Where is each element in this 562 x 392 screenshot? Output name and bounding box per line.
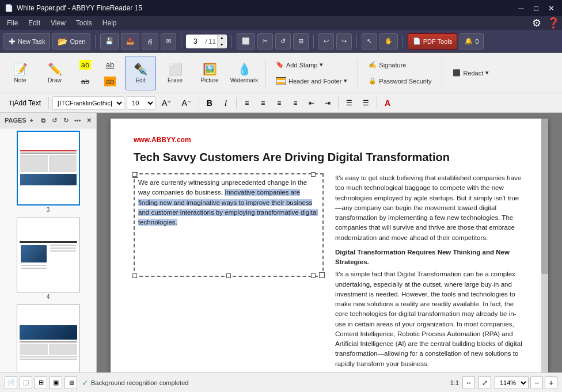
close-button[interactable]: ✕ <box>545 2 557 14</box>
text-ab1-button[interactable]: ab <box>74 57 97 72</box>
note-tool-button[interactable]: 📝 Note <box>5 56 36 90</box>
notifications-button[interactable]: 🔔 0 <box>460 33 484 50</box>
handle-top-right[interactable] <box>311 172 316 177</box>
pdf-viewer[interactable]: www.ABBYY.com Tech Savvy Customers Are D… <box>97 113 562 372</box>
status-check-icon: ✓ <box>82 378 89 387</box>
fit-page-button[interactable]: ⤢ <box>479 376 491 389</box>
undo-button[interactable]: ↩ <box>318 33 334 50</box>
bold-button[interactable]: B <box>203 96 217 110</box>
text-ab4-button[interactable]: ab <box>98 74 121 89</box>
stamp-chevron[interactable]: ▾ <box>320 61 323 68</box>
menu-tools[interactable]: Tools <box>71 18 97 28</box>
tools-button1[interactable]: ⬜ <box>237 33 255 50</box>
tools-button4[interactable]: ⊞ <box>293 33 309 50</box>
font-color-button[interactable]: A <box>381 96 394 110</box>
save-as-button[interactable]: 📤 <box>121 33 139 50</box>
scroll-thumb[interactable] <box>541 119 548 274</box>
split-pages-button[interactable]: ⊞ <box>35 376 47 389</box>
save-as-icon: 📤 <box>126 37 134 45</box>
new-task-button[interactable]: ✚ New Task <box>3 33 50 50</box>
selected-text-box[interactable]: We are currently witnessing unprecedente… <box>134 173 324 277</box>
page-navigation[interactable]: / 11 ▲ ▼ <box>186 35 226 48</box>
italic-button[interactable]: I <box>219 96 233 110</box>
list-unordered-button[interactable]: ☰ <box>342 96 356 110</box>
window-controls[interactable]: ─ □ ✕ <box>515 2 557 14</box>
indent-more-button[interactable]: ⇥ <box>321 96 335 110</box>
email-button[interactable]: ✉ <box>161 33 176 50</box>
align-center-button[interactable]: ≡ <box>256 96 270 110</box>
header-footer-chevron[interactable]: ▾ <box>344 77 347 85</box>
mini-img-5 <box>20 325 77 340</box>
minimize-button[interactable]: ─ <box>515 2 527 14</box>
picture-tool-button[interactable]: 🖼️ Picture <box>194 56 225 90</box>
page-arrows[interactable]: ▲ ▼ <box>217 35 226 48</box>
maximize-button[interactable]: □ <box>530 2 542 14</box>
page-title: Tech Savvy Customers Are Driving Digital… <box>134 151 525 164</box>
zoom-out-button[interactable]: − <box>530 376 543 389</box>
sidebar-insert-icon[interactable]: + <box>26 115 37 125</box>
settings-icon[interactable]: ⚙ <box>532 17 541 29</box>
add-stamp-button[interactable]: 🔖 Add Stamp ▾ <box>271 57 352 73</box>
vertical-scrollbar[interactable] <box>541 119 548 372</box>
menu-view[interactable]: View <box>46 18 70 28</box>
titlebar: 📄 White Paper.pdf - ABBYY FineReader 15 … <box>0 0 562 16</box>
sidebar-rotate-icon[interactable]: ↺ <box>50 115 60 125</box>
watermark-label: Watermark <box>230 77 259 83</box>
header-footer-button[interactable]: Header and Footer ▾ <box>271 73 352 89</box>
add-text-button[interactable]: T| Add Text <box>5 96 45 110</box>
sidebar-copy-icon[interactable]: ⧉ <box>38 115 48 125</box>
redo-button[interactable]: ↪ <box>336 33 352 50</box>
zoom-select[interactable]: 114% 50%75%100%125%150% <box>495 376 529 389</box>
redact-chevron[interactable]: ▾ <box>485 69 489 77</box>
indent-less-button[interactable]: ⇤ <box>305 96 318 110</box>
sidebar-more-icon[interactable]: ••• <box>73 115 83 125</box>
print-button[interactable]: 🖨 <box>142 33 158 50</box>
font-size-select[interactable]: 10 89111214 <box>127 96 155 110</box>
handle-bottom-center[interactable] <box>226 273 231 278</box>
font-size-decrease-button[interactable]: A⁻ <box>177 96 195 110</box>
insert-page-button[interactable]: 📄 <box>5 376 17 389</box>
text-ab3-button[interactable]: ab <box>74 74 97 89</box>
zoom-in-button[interactable]: + <box>545 376 557 389</box>
list-ordered-button[interactable]: ☰ <box>359 96 373 110</box>
handle-bottom-left[interactable] <box>132 273 137 278</box>
align-left-button[interactable]: ≡ <box>240 96 254 110</box>
menu-file[interactable]: File <box>2 18 22 28</box>
sidebar-close-icon[interactable]: ✕ <box>84 115 94 125</box>
monitor-button[interactable]: 🖥 <box>64 376 77 389</box>
text-ab2-button[interactable]: ab <box>98 57 121 72</box>
save-button[interactable]: 💾 <box>100 33 119 50</box>
edit-tool-button[interactable]: ✒️ Edit <box>125 56 156 90</box>
thumbnail-page-3[interactable]: 3 <box>2 131 94 213</box>
tools-button2[interactable]: ✂ <box>257 33 273 50</box>
sidebar-rotate-right-icon[interactable]: ↻ <box>61 115 71 125</box>
menu-help[interactable]: Help <box>98 18 121 28</box>
align-right-button[interactable]: ≡ <box>272 96 286 110</box>
cursor-button[interactable]: ↖ <box>362 33 377 50</box>
pdf-tools-button[interactable]: 📄 PDF Tools <box>408 33 458 50</box>
page-down-arrow[interactable]: ▼ <box>217 41 226 48</box>
open-button[interactable]: 📂 Open <box>52 33 90 50</box>
thumbnail-page-4[interactable]: 4 <box>2 218 94 300</box>
fit-width-button[interactable]: ↔ <box>462 376 475 389</box>
watermark-tool-button[interactable]: 💧 Watermark <box>229 56 260 90</box>
font-size-increase-button[interactable]: A⁺ <box>158 96 175 110</box>
erase-tool-button[interactable]: ⬜ Erase <box>160 56 191 90</box>
page-number-input[interactable] <box>187 35 204 48</box>
draw-tool-button[interactable]: ✏️ Draw <box>39 56 70 90</box>
thumbnail-page-5[interactable]: 5 <box>2 305 94 372</box>
merge-pages-button[interactable]: ▣ <box>50 376 62 389</box>
thumb-image-3 <box>17 131 80 205</box>
tools-button3[interactable]: ↺ <box>275 33 291 50</box>
extract-pages-button[interactable]: ⬚ <box>20 376 32 389</box>
hand-button[interactable]: ✋ <box>379 33 398 50</box>
align-justify-button[interactable]: ≡ <box>288 96 302 110</box>
signature-button[interactable]: ✍️ Signature <box>363 57 436 73</box>
handle-bottom-right[interactable] <box>311 273 316 278</box>
page-up-arrow[interactable]: ▲ <box>217 35 226 41</box>
password-security-button[interactable]: 🔒 Password Security <box>363 73 436 89</box>
handle-top-left[interactable] <box>132 172 137 177</box>
menu-edit[interactable]: Edit <box>24 18 45 28</box>
font-family-select[interactable]: [ITCFranklinGothic] <box>52 96 124 110</box>
redact-button[interactable]: ⬛ Redact ▾ <box>447 65 494 81</box>
